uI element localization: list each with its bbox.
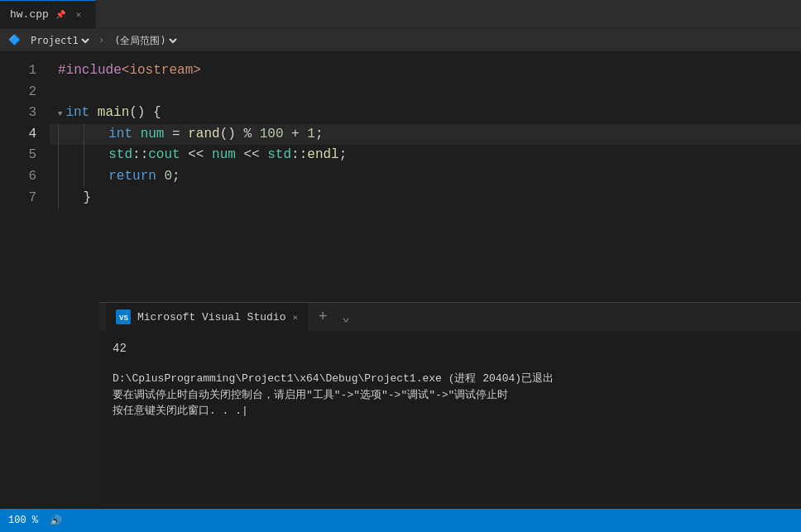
status-bar: 100 % 🔊 — [0, 509, 801, 532]
code-line-2 — [50, 82, 801, 103]
panel-content: 42 D:\CplusProgramming\Project1\x64\Debu… — [99, 332, 801, 509]
tab-hw-cpp[interactable]: hw.cpp 📌 ✕ — [0, 0, 96, 28]
code-text-4: int num = rand() % 100 + 1; — [108, 124, 323, 146]
svg-text:VS: VS — [119, 314, 128, 323]
breadcrumb-separator: › — [98, 35, 104, 46]
output-number: 42 — [113, 340, 788, 357]
code-text-5: std::cout << num << std::endl; — [108, 145, 347, 166]
code-text-2 — [58, 82, 66, 103]
output-hint1: 要在调试停止时自动关闭控制台，请启用"工具"->"选项"->"调试"->"调试停… — [113, 387, 788, 404]
output-hint2: 按任意键关闭此窗口. . .| — [113, 403, 788, 419]
code-line-7: } — [50, 188, 801, 209]
code-line-1: #include<iostream> — [50, 60, 801, 82]
zoom-value: 100 % — [8, 515, 38, 526]
zoom-level[interactable]: 100 % — [8, 515, 38, 526]
code-line-4: int num = rand() % 100 + 1; — [50, 124, 801, 146]
code-line-6: return 0; — [50, 166, 801, 188]
panel-tab-close-icon[interactable]: ✕ — [292, 312, 298, 323]
code-text-6: return 0; — [108, 166, 180, 188]
code-line-5: std::cout << num << std::endl; — [50, 145, 801, 166]
editor-area: 1 2 3 4 5 6 7 #include<iostream> int mai… — [0, 52, 801, 325]
code-line-3: int main() { — [50, 103, 801, 124]
panel-tab-label: Microsoft Visual Studio — [137, 311, 285, 324]
tab-bar: hw.cpp 📌 ✕ — [0, 0, 801, 29]
tab-pin-icon: 📌 — [55, 10, 65, 20]
panel-area: VS Microsoft Visual Studio ✕ + ⌄ 42 D:\C… — [99, 302, 801, 509]
code-text-3: int main() { — [58, 103, 161, 124]
project-selector[interactable]: Project1 — [27, 34, 92, 47]
sound-icon: 🔊 — [50, 515, 62, 527]
panel-dropdown-button[interactable]: ⌄ — [338, 305, 354, 328]
panel-add-button[interactable]: + — [311, 305, 334, 328]
output-path: D:\CplusProgramming\Project1\x64\Debug\P… — [113, 371, 788, 387]
breadcrumb-bar: 🔷 Project1 › (全局范围) — [0, 29, 801, 52]
code-text-1: #include<iostream> — [58, 60, 201, 82]
project-icon: 🔷 — [8, 34, 21, 46]
code-text-7: } — [84, 188, 92, 209]
code-content[interactable]: #include<iostream> int main() { int num … — [50, 52, 801, 325]
tab-label: hw.cpp — [10, 8, 49, 21]
tab-close-icon[interactable]: ✕ — [72, 8, 85, 22]
panel-tab-bar: VS Microsoft Visual Studio ✕ + ⌄ — [99, 303, 801, 332]
sound-button[interactable]: 🔊 — [50, 515, 62, 527]
line-numbers: 1 2 3 4 5 6 7 — [0, 52, 50, 325]
scope-selector[interactable]: (全局范围) — [111, 34, 180, 47]
vs-icon: VS — [116, 309, 131, 324]
panel-tab-vs[interactable]: VS Microsoft Visual Studio ✕ — [106, 303, 308, 331]
